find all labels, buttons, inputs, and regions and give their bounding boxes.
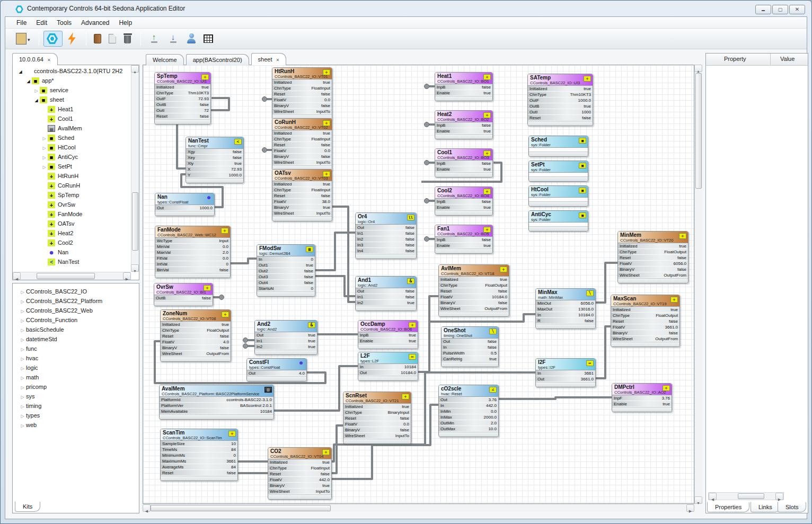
block-slot-row[interactable]: BinaryVfalse [272, 154, 332, 159]
block-slot-row[interactable]: Out1000.0 [155, 205, 214, 211]
block-header[interactable]: MinMaxmath::MinMax [536, 289, 595, 300]
kit-item-basicschedule[interactable]: basicSchedule [15, 325, 137, 334]
block-slot-row[interactable]: MaxOut13016.0 [536, 306, 595, 312]
block-slot-row[interactable]: WireSheetInputTo [272, 210, 332, 216]
tree-item-heat1[interactable]: Heat1 [14, 104, 130, 114]
block-co2[interactable]: CO2CControls_BASC22_IO::VT04Initializedt… [268, 447, 332, 500]
user-accounts-button[interactable] [183, 31, 199, 47]
tree-item-cool2[interactable]: Cool2 [14, 238, 130, 247]
block-cool1[interactable]: Cool1CControls_BASC22_IO::BO3InpBfalseEn… [435, 148, 493, 177]
block-slot-row[interactable]: In1false [356, 230, 416, 236]
block-slot-row[interactable]: ChnTypeFloatOutput [439, 282, 509, 288]
property-scrollbar[interactable] [708, 492, 784, 500]
block-header[interactable]: ZoneNumCControls_BASC22_IO::VT08 [161, 310, 231, 322]
kit-item-pricomp[interactable]: pricomp [15, 382, 137, 392]
tab-welcome[interactable]: Welcome [146, 54, 184, 65]
wire-link[interactable] [596, 326, 611, 378]
expand-arrow-icon[interactable] [19, 298, 26, 304]
kit-item-ccontrols-function[interactable]: CControls_Function [15, 315, 137, 325]
block-slot-row[interactable]: In0 [257, 256, 315, 262]
block-slot-row[interactable]: Initializedtrue [272, 79, 332, 85]
put-to-device-button[interactable]: ↓ [164, 31, 182, 47]
block-slot-row[interactable]: Enabletrue [435, 128, 492, 134]
tree-item-fanmode[interactable]: FanMode [14, 209, 130, 219]
block-slot-row[interactable]: Enabletrue [435, 243, 492, 248]
block-slot-row[interactable]: MinVal0.0 [155, 244, 230, 250]
tab-app[interactable]: app(BAScontrol20) [186, 54, 249, 65]
block-slot-row[interactable]: Resetfalse [343, 415, 411, 421]
block-slot-row[interactable]: WireSheetInputTo [272, 109, 332, 114]
expand-arrow-icon[interactable] [33, 87, 40, 93]
kit-item-ccontrols-basc22-io[interactable]: CControls_BASC22_IO [15, 287, 137, 296]
minimize-button[interactable] [755, 5, 771, 14]
block-slot-row[interactable]: BinaryVfalse [272, 103, 332, 109]
block-slot-row[interactable]: ChnTypeBinaryInput [343, 410, 411, 415]
block-slot-row[interactable]: Out1true [257, 262, 315, 268]
block-header[interactable]: HtCoolsys::Folder [529, 186, 588, 198]
kit-item-math[interactable]: math [15, 372, 137, 382]
block-slot-row[interactable]: InpBfalse [435, 84, 492, 90]
block-slot-row[interactable]: Resetfalse [161, 333, 231, 339]
copy-button[interactable] [105, 31, 119, 47]
tree-item-htrunh[interactable]: HtRunH [14, 171, 130, 181]
block-slot-row[interactable]: Infalse [442, 344, 498, 350]
block-header[interactable]: I2Ftypes::I2F [536, 359, 595, 370]
block-slot-row[interactable]: OutMin2.0 [439, 420, 498, 426]
block-slot-row[interactable]: OutI1000 [528, 109, 593, 115]
block-slot-row[interactable]: Resetfalse [155, 113, 210, 119]
block-slot-row[interactable]: ChnTypeFloatOutput [618, 249, 688, 255]
block-slot-row[interactable]: IntVal0 [155, 261, 230, 267]
block-header[interactable]: ScanTimCControls_BASC22_IO::ScanTim [161, 429, 237, 441]
block-slot-row[interactable]: ChnTypeFloatInput [272, 85, 332, 91]
tree-item-sched[interactable]: Sched [14, 133, 130, 143]
expand-arrow-icon[interactable] [41, 144, 48, 150]
block-slot-row[interactable]: Xlytrue [186, 161, 243, 166]
expand-arrow-icon[interactable] [19, 317, 26, 323]
block-minmem[interactable]: MinMemCControls_BASC22_IO::VT20Initializ… [617, 231, 689, 283]
block-slot-row[interactable]: BinaryVtrue [272, 205, 332, 210]
block-fanmode[interactable]: FanModeCControls_BASC22_Web::WC12WcTypeI… [155, 226, 231, 278]
block-slot-row[interactable]: Xgyfalse [186, 149, 243, 155]
kit-item-hvac[interactable]: hvac [15, 353, 137, 363]
tab-slots[interactable]: Slots [778, 502, 806, 512]
block-zonenum[interactable]: ZoneNumCControls_BASC22_IO::VT08Initiali… [160, 309, 231, 362]
block-slot-row[interactable]: InpBfalse [435, 237, 492, 243]
block-slot-row[interactable]: Resetfalse [611, 318, 679, 324]
deploy-button[interactable] [64, 31, 81, 47]
expand-arrow-icon[interactable] [19, 336, 26, 342]
column-value[interactable]: Value [771, 54, 808, 65]
block-header[interactable]: Cool1CControls_BASC22_IO::BO3 [435, 149, 492, 161]
block-header[interactable]: OneShottiming::OneShot [442, 327, 498, 339]
expand-arrow-icon[interactable] [19, 365, 26, 371]
property-table-header[interactable]: Property Value [706, 54, 808, 66]
panel-layout-button[interactable] [13, 31, 33, 47]
block-header[interactable]: FModSwlogic::DemuxI2B4 [257, 245, 315, 256]
block-slot-row[interactable]: Initializedtrue [618, 243, 688, 249]
tree-item-heat2[interactable]: Heat2 [14, 228, 130, 238]
block-scnrset[interactable]: ScnRsetCControls_BASC22_IO::VT21Initiali… [343, 392, 411, 444]
block-slot-row[interactable]: Resetfalse [618, 255, 688, 261]
close-tab-icon[interactable] [47, 55, 51, 66]
block-slot-row[interactable]: In3false [356, 242, 416, 248]
block-slot-row[interactable]: OutMax10.0 [439, 426, 498, 432]
tree-item-ovrsw[interactable]: OvrSw [14, 200, 130, 209]
block-slot-row[interactable]: Resetfalse [268, 471, 331, 477]
block-slot-row[interactable]: Resetfalse [272, 91, 332, 97]
block-header[interactable]: ScnRsetCControls_BASC22_IO::VT21 [343, 392, 411, 404]
block-header[interactable]: DMPctrlCControls_BASC22_IO::AO2 [612, 384, 672, 395]
block-slot-row[interactable]: MinimumMs0 [161, 452, 237, 458]
block-slot-row[interactable]: MaximumMs3661 [161, 458, 237, 464]
block-header[interactable]: cO2sclehvac::Reset [439, 385, 498, 397]
block-slot-row[interactable]: OutBfalse [154, 295, 213, 301]
block-header[interactable]: SpTempCControls_BASC22_IO::UI1 [155, 73, 210, 84]
block-slot-row[interactable]: Resetfalse [439, 288, 509, 294]
block-slot-row[interactable]: OutBfalse [155, 102, 210, 108]
block-slot-row[interactable]: BinaryVtrue [268, 483, 331, 489]
block-slot-row[interactable]: InMax2000.0 [439, 414, 498, 420]
block-slot-row[interactable]: Initializedtrue [272, 181, 332, 187]
block-slot-row[interactable]: WireSheetOutputFrom [611, 336, 679, 342]
block-header[interactable]: And1logic::And2 [356, 277, 416, 288]
tree-item-service[interactable]: service [14, 85, 130, 95]
block-slot-row[interactable]: FloatV0.0 [272, 148, 332, 154]
block-slot-row[interactable]: OutF72.93 [155, 96, 210, 102]
